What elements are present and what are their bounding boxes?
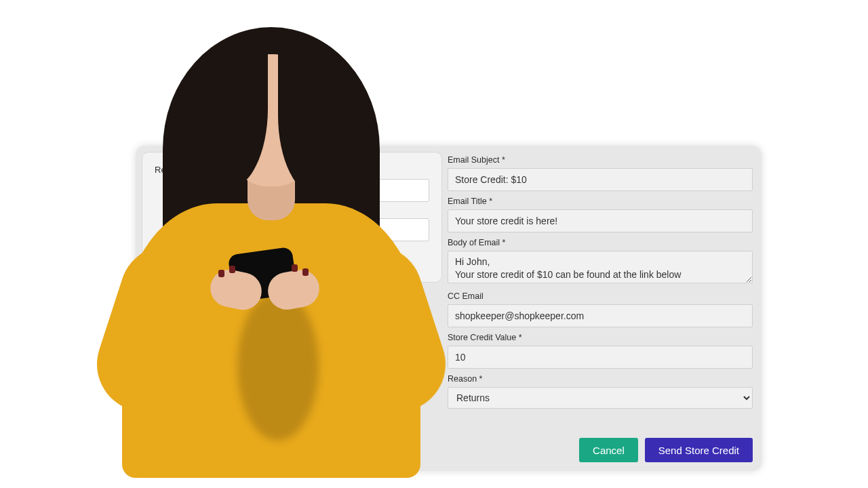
reason-label: Reason * — [448, 374, 753, 384]
button-row: Cancel Send Store Credit — [579, 438, 753, 462]
email-title-label: Email Title * — [448, 197, 753, 206]
email-body-textarea[interactable] — [448, 251, 753, 283]
recipient-card: Recipient Name — [142, 152, 442, 283]
email-body-label: Body of Email * — [448, 238, 753, 247]
store-credit-value-label: Store Credit Value * — [448, 333, 753, 342]
send-store-credit-button[interactable]: Send Store Credit — [645, 438, 753, 462]
recipient-name-input[interactable] — [182, 179, 429, 202]
store-credit-panel: Recipient Name Email Subject * Email Tit… — [136, 146, 762, 471]
store-credit-value-input[interactable] — [448, 346, 753, 369]
email-form: Email Subject * Email Title * Body of Em… — [448, 155, 753, 414]
email-subject-label: Email Subject * — [448, 155, 753, 165]
reason-select[interactable]: Returns — [448, 387, 753, 409]
email-title-input[interactable] — [448, 209, 753, 232]
email-subject-input[interactable] — [448, 168, 753, 191]
recipient-name-label: Recipient Name — [155, 165, 429, 175]
cc-email-label: CC Email — [448, 291, 753, 301]
cancel-button[interactable]: Cancel — [579, 438, 638, 462]
recipient-secondary-input[interactable] — [182, 218, 429, 241]
cc-email-input[interactable] — [448, 304, 753, 327]
